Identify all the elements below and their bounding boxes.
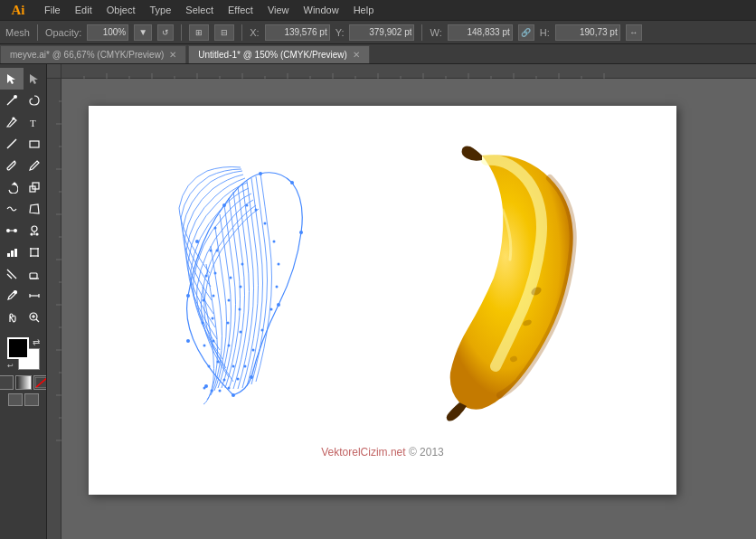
measure-tool[interactable] — [24, 285, 47, 307]
svg-point-124 — [230, 277, 232, 279]
paintbrush-tool[interactable] — [0, 155, 24, 176]
svg-point-84 — [259, 172, 262, 175]
menu-type[interactable]: Type — [144, 3, 178, 17]
svg-line-42 — [35, 377, 48, 388]
normal-mode-btn[interactable] — [8, 393, 23, 406]
swap-colors-icon[interactable]: ⇄ — [33, 337, 40, 347]
magic-wand-tool[interactable] — [0, 90, 24, 111]
svg-point-88 — [250, 375, 253, 379]
banana-svg — [369, 142, 595, 422]
tool-row-7 — [0, 198, 46, 220]
menu-file[interactable]: File — [38, 3, 67, 17]
pencil-tool[interactable] — [24, 155, 47, 176]
svg-point-101 — [270, 308, 273, 311]
tab-untitled[interactable]: Untitled-1* @ 150% (CMYK/Preview) ✕ — [188, 45, 370, 63]
rotate-tool[interactable] — [0, 176, 24, 198]
eraser-tool[interactable] — [24, 263, 47, 285]
vertical-ruler — [47, 79, 61, 539]
hand-tool[interactable] — [0, 307, 24, 328]
svg-point-118 — [214, 272, 217, 275]
menu-effect[interactable]: Effect — [222, 3, 260, 17]
tool-row-8 — [0, 220, 46, 241]
menu-edit[interactable]: Edit — [69, 3, 99, 17]
fill-solid-btn[interactable] — [0, 375, 14, 390]
free-distort-tool[interactable] — [24, 198, 47, 220]
artboard-tool[interactable] — [24, 241, 47, 263]
selection-tool[interactable] — [0, 68, 24, 90]
menu-window[interactable]: Window — [298, 3, 345, 17]
canvas-document[interactable]: VektorelCizim.net © 2013 — [61, 79, 756, 539]
blend-tool[interactable] — [0, 220, 24, 241]
watermark-brand: VektorelCizim.net — [321, 446, 405, 459]
grid-icon[interactable]: ⊞ — [189, 24, 209, 41]
tab-meyve-close[interactable]: ✕ — [169, 50, 176, 60]
lasso-tool[interactable] — [24, 90, 47, 111]
transform-icon[interactable]: ↔ — [626, 24, 642, 41]
svg-point-95 — [246, 204, 249, 207]
rectangle-tool[interactable] — [24, 133, 47, 155]
mode-label: Mesh — [5, 27, 30, 38]
separator3 — [241, 24, 242, 41]
h-input[interactable] — [555, 24, 620, 41]
reset-icon[interactable]: ↺ — [157, 24, 174, 41]
zoom-tool[interactable] — [24, 307, 47, 328]
opacity-arrow[interactable]: ▼ — [134, 24, 152, 41]
type-tool[interactable]: T — [24, 111, 47, 133]
line-tool[interactable] — [0, 133, 24, 155]
svg-point-122 — [217, 361, 220, 364]
separator4 — [421, 24, 422, 41]
tab-meyve[interactable]: meyve.ai* @ 66,67% (CMYK/Preview) ✕ — [0, 45, 186, 63]
svg-point-109 — [203, 387, 206, 390]
menu-select[interactable]: Select — [179, 3, 220, 17]
column-graph-tool[interactable] — [0, 241, 24, 263]
fill-none-btn[interactable] — [33, 375, 48, 390]
direct-selection-tool[interactable] — [24, 68, 47, 90]
symbol-sprayer-tool[interactable] — [24, 220, 47, 241]
svg-point-128 — [232, 365, 235, 368]
tool-row-3: T — [0, 111, 46, 133]
svg-point-94 — [222, 203, 226, 207]
separator — [37, 24, 38, 41]
svg-point-120 — [212, 317, 214, 320]
reset-colors-icon[interactable]: ↩ — [7, 362, 14, 370]
slice-tool[interactable] — [0, 263, 24, 285]
tool-row-6 — [0, 176, 46, 198]
y-input[interactable] — [349, 24, 414, 41]
tab-untitled-close[interactable]: ✕ — [353, 50, 360, 60]
opacity-input[interactable] — [87, 24, 128, 41]
scale-tool[interactable] — [24, 176, 47, 198]
h-label: H: — [540, 27, 550, 38]
svg-line-30 — [7, 270, 16, 279]
svg-point-97 — [264, 222, 267, 225]
tool-row-1 — [0, 68, 46, 90]
menu-view[interactable]: View — [261, 3, 296, 17]
svg-point-85 — [290, 181, 294, 184]
menu-help[interactable]: Help — [347, 3, 381, 17]
align-icon[interactable]: ⊟ — [214, 24, 234, 41]
constrain-icon[interactable]: 🔗 — [518, 24, 534, 41]
svg-marker-8 — [13, 183, 16, 184]
pen-tool[interactable] — [0, 111, 24, 133]
svg-point-93 — [195, 240, 199, 243]
svg-point-3 — [14, 95, 17, 99]
svg-point-125 — [228, 299, 231, 302]
svg-rect-19 — [11, 251, 14, 257]
fullscreen-preview-btn[interactable] — [24, 393, 39, 406]
eyedropper-tool[interactable] — [0, 285, 24, 307]
foreground-color-box[interactable] — [7, 337, 29, 359]
svg-line-2 — [7, 98, 14, 105]
warp-tool[interactable] — [0, 198, 24, 220]
tool-row-9 — [0, 241, 46, 263]
svg-point-99 — [278, 263, 280, 266]
svg-point-119 — [213, 295, 215, 298]
svg-point-111 — [210, 250, 213, 252]
tool-row-11 — [0, 285, 46, 307]
svg-line-6 — [7, 139, 16, 148]
w-input[interactable] — [448, 24, 513, 41]
fill-gradient-btn[interactable] — [15, 375, 32, 390]
x-input[interactable] — [265, 24, 330, 41]
tool-row-5 — [0, 155, 46, 176]
menubar: Ai File Edit Object Type Select Effect V… — [0, 0, 756, 20]
svg-point-105 — [237, 378, 240, 381]
menu-object[interactable]: Object — [100, 3, 142, 17]
